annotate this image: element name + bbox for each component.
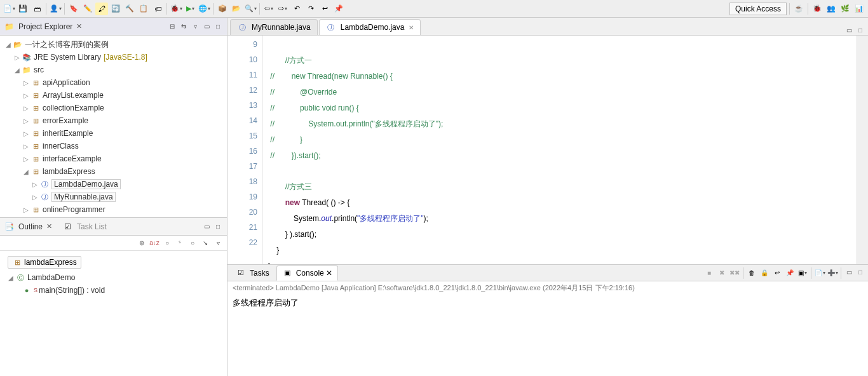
save-icon[interactable]: 💾 (17, 3, 29, 15)
open-type-icon[interactable]: 📂 (230, 3, 243, 15)
minimize-icon[interactable]: ▭ (844, 267, 854, 278)
package-node-lambda[interactable]: ◢⊞lambdaExpress (1, 165, 226, 178)
new-console-icon[interactable]: ➕▾ (827, 267, 838, 279)
run-ext-icon[interactable]: 🌐▾ (198, 3, 210, 15)
outline-section: 📑 Outline ✕ ☑ Task List ▭ □ ⊕ a↓z ○ ˢ ○ … (0, 217, 227, 376)
hide-local-icon[interactable]: ↘ (200, 238, 210, 248)
editor-tab[interactable]: Ⓙ MyRunnable.java (230, 19, 318, 35)
link-editor-icon[interactable]: ⇆ (179, 22, 189, 32)
code-editor[interactable]: 910 1112 1314 1516 1718 1920 2122 //方式一 … (227, 36, 868, 264)
tasklist-title: Task List (77, 222, 107, 231)
prev-annot-icon[interactable]: ↶ (290, 3, 303, 15)
search-icon[interactable]: 🔍▾ (244, 3, 257, 15)
scroll-lock-icon[interactable]: 🔒 (759, 267, 770, 279)
outline-header: 📑 Outline ✕ ☑ Task List ▭ □ (0, 218, 227, 236)
next-annot-icon[interactable]: ↷ (304, 3, 317, 15)
nav-back-icon[interactable]: ⇦▾ (262, 3, 275, 15)
minimize-icon[interactable]: ▭ (844, 25, 854, 35)
view-menu-icon[interactable]: ▿ (190, 22, 200, 32)
terminate-icon[interactable]: ■ (703, 267, 715, 279)
close-icon[interactable]: ✕ (46, 222, 52, 231)
new-icon[interactable]: 📄▾ (3, 3, 15, 15)
package-node[interactable]: ▷⊞apiApplication (1, 76, 226, 89)
nav-fwd-icon[interactable]: ⇨▾ (276, 3, 289, 15)
perspective-java-icon[interactable]: ☕ (792, 3, 805, 15)
project-tree[interactable]: ◢📂 一计之长博客用到的案例 ▷📚 JRE System Library [Ja… (0, 36, 227, 217)
jre-node[interactable]: ▷📚 JRE System Library [JavaSE-1.8] (1, 51, 226, 64)
perspective-team-icon[interactable]: 👥 (825, 3, 837, 15)
run-icon[interactable]: ▶▾ (184, 3, 196, 15)
collapse-all-icon[interactable]: ⊟ (167, 22, 177, 32)
remove-all-icon[interactable]: ✖✖ (729, 267, 740, 279)
left-column: 📁 Project Explorer ✕ ⊟ ⇆ ▿ ▭ □ ◢📂 一计之长博客… (0, 18, 227, 376)
java-file-icon: Ⓙ (237, 22, 247, 32)
outline-method[interactable]: ● S main(String[]) : void (1, 284, 226, 297)
edit-icon[interactable]: ✏️ (81, 3, 94, 15)
outline-tree[interactable]: ⊞lambdaExpress ◢Ⓒ LambdaDemo ● S main(St… (0, 251, 227, 376)
minimize-icon[interactable]: ▭ (201, 222, 212, 232)
editor-tab-active[interactable]: Ⓙ LambdaDemo.java ✕ (319, 19, 421, 35)
hide-fields-icon[interactable]: ○ (162, 238, 172, 248)
code-content[interactable]: //方式一 // new Thread(new Runnable() { // … (263, 36, 857, 264)
package-node[interactable]: ▷⊞interfaceExample (1, 152, 226, 165)
main-area: 📁 Project Explorer ✕ ⊟ ⇆ ▿ ▭ □ ◢📂 一计之长博客… (0, 18, 868, 376)
perspective-git-icon[interactable]: 🌿 (839, 3, 851, 15)
package-node[interactable]: ▷⊞inheritExample (1, 127, 226, 140)
close-tab-icon[interactable]: ✕ (409, 24, 414, 31)
console-output[interactable]: 多线程程序启动了 (227, 295, 868, 376)
perspective-debug-icon[interactable]: 🐞 (811, 3, 824, 15)
pin-editor-icon[interactable]: 📌 (332, 3, 345, 15)
package-node[interactable]: ▷⊞innerClass (1, 140, 226, 152)
maximize-icon[interactable]: □ (213, 22, 223, 32)
remove-term-icon[interactable]: ✖ (716, 267, 728, 279)
tag-icon[interactable]: 🏷 (151, 3, 164, 15)
perspective-other-icon[interactable]: 📊 (853, 3, 865, 15)
maximize-icon[interactable]: □ (213, 222, 223, 232)
close-icon[interactable]: ✕ (76, 22, 82, 30)
package-node[interactable]: ▷⊞collectionExample (1, 102, 226, 114)
highlight-icon[interactable]: 🖍 (95, 3, 108, 15)
clear-icon[interactable]: 🗑 (746, 267, 757, 279)
toggle-mark-icon[interactable]: 🔖 (67, 3, 80, 15)
last-edit-icon[interactable]: ↩ (318, 3, 331, 15)
maximize-icon[interactable]: □ (855, 267, 865, 278)
user-icon[interactable]: 👤▾ (49, 3, 62, 15)
tasks-tab[interactable]: ☑ Tasks (230, 265, 275, 281)
hide-nonpublic-icon[interactable]: ○ (187, 238, 198, 248)
outline-class[interactable]: ◢Ⓒ LambdaDemo (1, 271, 226, 284)
console-tab[interactable]: ▣ Console ✕ (276, 265, 338, 281)
right-column: Ⓙ MyRunnable.java Ⓙ LambdaDemo.java ✕ ▭ … (227, 18, 868, 376)
outline-package[interactable]: ⊞lambdaExpress (8, 256, 81, 269)
tasks-icon: ☑ (236, 268, 246, 278)
maximize-icon[interactable]: □ (855, 25, 865, 35)
new-pkg-icon[interactable]: 📦 (216, 3, 229, 15)
word-wrap-icon[interactable]: ↩ (771, 267, 783, 279)
java-file-icon: Ⓙ (326, 22, 336, 32)
quick-access[interactable]: Quick Access (729, 3, 787, 15)
project-node[interactable]: ◢📂 一计之长博客用到的案例 (1, 38, 226, 51)
package-node[interactable]: ▷⊞ArrayList.example (1, 89, 226, 102)
project-explorer-title: Project Explorer (18, 22, 72, 31)
display-console-icon[interactable]: ▣▾ (797, 267, 808, 279)
hide-static-icon[interactable]: ˢ (175, 238, 185, 248)
src-node[interactable]: ◢📁 src (1, 64, 226, 76)
outline-toolbar: ⊕ a↓z ○ ˢ ○ ↘ ▿ (0, 236, 227, 251)
minimize-icon[interactable]: ▭ (201, 22, 212, 32)
package-node[interactable]: ▷⊞onlineProgrammer (1, 203, 226, 216)
java-file-node[interactable]: ▷ⒿMyRunnable.java (1, 191, 226, 203)
open-console-icon[interactable]: 📄▾ (814, 267, 825, 279)
package-node[interactable]: ▷⊞errorExample (1, 114, 226, 127)
debug-icon[interactable]: 🐞▾ (170, 3, 182, 15)
editor-scrollbar[interactable] (857, 36, 868, 264)
notes-icon[interactable]: 📋 (137, 3, 150, 15)
close-tab-icon[interactable]: ✕ (326, 269, 332, 278)
refresh-icon[interactable]: 🔄 (109, 3, 122, 15)
view-menu-icon[interactable]: ▿ (213, 238, 223, 248)
build-icon[interactable]: 🔨 (123, 3, 136, 15)
sort-icon[interactable]: a↓z (149, 238, 159, 248)
editor-area: Ⓙ MyRunnable.java Ⓙ LambdaDemo.java ✕ ▭ … (227, 18, 868, 265)
save-all-icon[interactable]: 🗃 (31, 3, 43, 15)
pin-console-icon[interactable]: 📌 (784, 267, 796, 279)
focus-icon[interactable]: ⊕ (137, 238, 147, 248)
java-file-node[interactable]: ▷ⒿLambdaDemo.java (1, 178, 226, 191)
